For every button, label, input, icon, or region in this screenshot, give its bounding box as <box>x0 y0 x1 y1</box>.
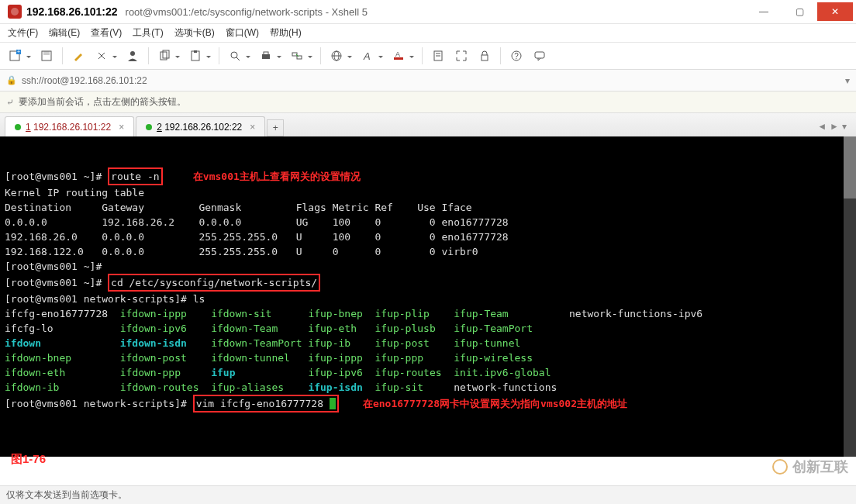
toolbar-divider <box>500 47 501 64</box>
chat-icon[interactable] <box>529 45 551 67</box>
add-tab-button[interactable]: + <box>267 119 284 136</box>
status-text: 仅将文本发送到当前选项卡。 <box>6 488 127 502</box>
out-header: Destination Gateway Genmask Flags Metric… <box>5 202 472 213</box>
ls-item: ifdown-ippp <box>120 308 187 319</box>
menu-window[interactable]: 窗口(W) <box>226 26 259 40</box>
svg-line-11 <box>236 57 240 60</box>
ls-item: ifdown-post <box>120 352 187 364</box>
ls-item: ifup-isdn <box>308 381 362 393</box>
prompt: [root@vms001 ~]# <box>5 261 102 272</box>
ls-item: ifcfg-lo <box>5 323 54 334</box>
status-bar: 仅将文本发送到当前选项卡。 <box>0 485 856 504</box>
svg-rect-25 <box>482 55 488 60</box>
ls-item: network-functions <box>454 381 557 393</box>
menubar: 文件(F) 编辑(E) 查看(V) 工具(T) 选项卡(B) 窗口(W) 帮助(… <box>0 23 856 42</box>
tab1-label: 192.168.26.101:22 <box>31 122 111 133</box>
tab-scrollers: ◄ ► ▾ <box>813 116 851 136</box>
hint-arrow-icon[interactable]: ⤶ <box>6 97 14 108</box>
reconnect-icon[interactable] <box>91 45 112 67</box>
ls-item: ifdown-Team <box>211 323 278 334</box>
svg-text:+: + <box>17 49 20 54</box>
svg-rect-4 <box>43 51 50 55</box>
menu-edit[interactable]: 编辑(E) <box>49 26 80 40</box>
maximize-button[interactable]: ▢ <box>782 2 817 21</box>
ls-item: ifup-ib <box>308 337 350 349</box>
paste-icon[interactable] <box>185 45 206 67</box>
svg-rect-28 <box>535 52 544 58</box>
tab-close-icon[interactable]: × <box>250 122 255 133</box>
annotation-route: 在vms001主机上查看网关的设置情况 <box>193 171 361 182</box>
ls-item: ifup-ipv6 <box>308 367 362 378</box>
ls-item: ifdown <box>5 337 41 349</box>
lock-icon[interactable] <box>474 45 495 67</box>
save-icon[interactable] <box>36 45 57 67</box>
session-tab-2[interactable]: 2 192.168.26.102:22 × <box>136 116 265 136</box>
app-logo-icon <box>8 5 22 19</box>
new-session-icon[interactable]: + <box>5 45 26 67</box>
svg-rect-9 <box>194 50 197 53</box>
ls-item: ifup-aliases <box>211 381 284 393</box>
help-icon[interactable]: ? <box>506 45 527 67</box>
ls-item: ifdown-sit <box>211 308 271 319</box>
svg-text:A: A <box>395 50 400 58</box>
copy-icon[interactable] <box>154 45 175 67</box>
out-row: 0.0.0.0 192.168.26.2 0.0.0.0 UG 100 0 0 … <box>5 216 509 228</box>
tab-strip: 1 192.168.26.101:22 × 2 192.168.26.102:2… <box>0 113 856 136</box>
toolbar-divider <box>219 47 219 64</box>
menu-file[interactable]: 文件(F) <box>8 26 38 40</box>
ls-item: ifdown-ib <box>5 381 59 393</box>
terminal-scrollbar[interactable] <box>844 136 856 457</box>
ls-item: ifup-ppp <box>374 352 423 364</box>
close-button[interactable]: ✕ <box>817 2 853 21</box>
cmd-vim: vim ifcfg-eno16777728 _ <box>193 395 339 413</box>
hint-text: 要添加当前会话，点击左侧的箭头按钮。 <box>19 95 186 109</box>
ls-item: ifup-routes <box>375 367 442 378</box>
watermark-icon <box>772 459 788 475</box>
terminal[interactable]: [root@vms001 ~]# route -n 在vms001主机上查看网关… <box>0 136 856 457</box>
globe-icon[interactable] <box>326 45 347 67</box>
svg-point-5 <box>130 51 135 56</box>
ls-item: network-functions-ipv6 <box>569 308 702 319</box>
menu-tabs[interactable]: 选项卡(B) <box>174 26 215 40</box>
prompt-ls: [root@vms001 network-scripts]# ls <box>5 293 205 305</box>
fullscreen-icon[interactable] <box>450 45 472 67</box>
menu-tool[interactable]: 工具(T) <box>133 26 163 40</box>
script-icon[interactable] <box>427 45 449 67</box>
watermark: 创新互联 <box>772 457 848 476</box>
menu-help[interactable]: 帮助(H) <box>270 26 302 40</box>
menu-view[interactable]: 查看(V) <box>91 26 122 40</box>
cmd-cd: cd /etc/sysconfig/network-scripts/ <box>108 274 320 292</box>
ls-item: init.ipv6-global <box>454 367 551 378</box>
print-icon[interactable] <box>255 45 277 67</box>
ls-item: ifup-plusb <box>374 323 435 334</box>
ls-item: ifdown-TeamPort <box>211 337 302 349</box>
profile-icon[interactable] <box>122 45 143 67</box>
status-dot-icon <box>146 124 152 130</box>
tab-close-icon[interactable]: × <box>119 122 124 133</box>
ls-item: ifup-tunnel <box>454 337 520 349</box>
toolbar-divider <box>62 47 63 64</box>
brush-icon[interactable] <box>67 45 89 67</box>
tab2-index: 2 <box>157 122 162 133</box>
font-icon[interactable]: A <box>357 45 378 67</box>
color-icon[interactable]: A <box>388 45 409 67</box>
ls-item: ifup <box>211 367 235 378</box>
session-tab-1[interactable]: 1 192.168.26.101:22 × <box>5 116 134 136</box>
address-bar: 🔒 ssh://root@192.168.26.101:22 ▾ <box>0 70 856 91</box>
status-dot-icon <box>15 124 21 130</box>
minimize-button[interactable]: — <box>746 2 782 21</box>
svg-text:?: ? <box>514 52 519 60</box>
tab-scroll-left-icon[interactable]: ◄ <box>817 121 827 132</box>
tab-menu-icon[interactable]: ▾ <box>842 121 847 132</box>
titlebar: 192.168.26.101:22 root@vms001:/etc/sysco… <box>0 0 856 23</box>
ls-item: ifup-wireless <box>454 352 533 364</box>
toolbar-divider <box>148 47 149 64</box>
ls-item: ifdown-bnep <box>5 352 71 364</box>
figure-label: 图1-76 <box>11 452 46 467</box>
transfer-icon[interactable] <box>286 45 308 67</box>
find-icon[interactable] <box>224 45 246 67</box>
out-row: 192.168.122.0 0.0.0.0 255.255.255.0 U 0 … <box>5 246 478 257</box>
address-dropdown-icon[interactable]: ▾ <box>845 75 850 86</box>
tab-scroll-right-icon[interactable]: ► <box>830 121 839 132</box>
address-text[interactable]: ssh://root@192.168.26.101:22 <box>22 75 845 86</box>
